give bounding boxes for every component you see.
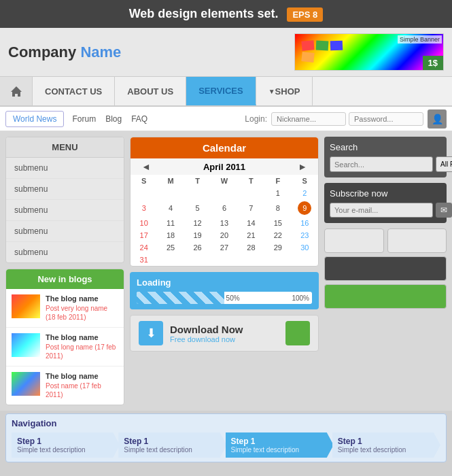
cal-day[interactable]: 12 [184, 217, 211, 229]
step-2[interactable]: Step 1 Simple text description [118, 432, 226, 458]
step-1[interactable]: Step 1 Simple text description [12, 432, 120, 458]
cal-day[interactable]: 23 [292, 229, 318, 241]
cal-day[interactable]: 14 [238, 217, 264, 229]
loading-box: Loading 50% 100% [130, 272, 319, 309]
tab-shop[interactable]: SHOP [256, 77, 313, 105]
cal-day[interactable]: 27 [211, 241, 237, 254]
cal-day[interactable]: 24 [131, 241, 157, 254]
user-icon[interactable]: 👤 [428, 109, 447, 129]
menu-item-2[interactable]: submenu [6, 179, 124, 200]
banner-image: Simple Banner 1$ [294, 33, 444, 71]
blog-link-3[interactable]: Post name (17 feb 2011) [46, 381, 118, 399]
blog-link[interactable]: Blog [105, 114, 122, 124]
steps-row: Step 1 Simple text description Step 1 Si… [12, 432, 440, 458]
blog-item-2: The blog name Post long name (17 feb 201… [6, 328, 124, 367]
tab-about-us[interactable]: ABOUT US [115, 77, 186, 105]
step-4-desc: Simple text description [338, 446, 435, 454]
cal-day[interactable]: 26 [184, 241, 211, 254]
step-1-desc: Simple text description [17, 446, 114, 454]
search-input[interactable] [330, 156, 433, 172]
cal-day[interactable]: 2 [292, 187, 318, 199]
blog-name-1: The blog name [46, 294, 118, 303]
right-panel: Search All Files... 🔍 Subscribe now ✉ [324, 137, 447, 405]
calendar-box: Calendar ◄ April 2011 ► S M T W T F S [130, 137, 319, 267]
header-title: Web design elements set. [129, 7, 279, 20]
cal-next-button[interactable]: ► [294, 161, 311, 172]
menu-item-1[interactable]: submenu [6, 158, 124, 179]
nickname-input[interactable] [271, 112, 346, 126]
password-input[interactable] [349, 112, 423, 126]
cal-day[interactable]: 13 [211, 217, 237, 229]
cal-day[interactable]: 31 [131, 254, 157, 266]
home-button[interactable] [0, 77, 33, 105]
cal-day [157, 254, 184, 266]
login-label: Login: [245, 114, 267, 124]
cal-day[interactable]: 10 [131, 217, 157, 229]
cal-day[interactable]: 18 [157, 229, 184, 241]
download-button[interactable] [285, 321, 310, 345]
cal-day[interactable]: 30 [292, 241, 318, 254]
step-3-desc: Simple text description [231, 446, 328, 454]
main-content: MENU submenu submenu submenu submenu sub… [0, 131, 452, 411]
loading-label: Loading [137, 277, 312, 288]
download-main: Download Now [170, 324, 243, 335]
cal-day [292, 254, 318, 266]
cal-day[interactable]: 7 [238, 199, 264, 217]
cal-day[interactable]: 20 [211, 229, 237, 241]
nav-bottom: Navigation Step 1 Simple text descriptio… [5, 413, 447, 462]
cal-day[interactable]: 25 [157, 241, 184, 254]
blog-link-1[interactable]: Post very long name (18 feb 2011) [46, 304, 118, 322]
search-filter-select[interactable]: All Files... [436, 156, 452, 172]
cal-day[interactable]: 21 [238, 229, 264, 241]
search-box: Search All Files... 🔍 [324, 137, 447, 177]
cal-prev-button[interactable]: ◄ [137, 161, 155, 172]
step-3[interactable]: Step 1 Simple text description [226, 432, 334, 458]
cal-day [238, 187, 264, 199]
blog-thumb-1 [12, 294, 40, 318]
tab-contact-us[interactable]: CONTACT US [33, 77, 115, 105]
faq-link[interactable]: FAQ [131, 114, 147, 124]
cal-day[interactable]: 1 [264, 187, 291, 199]
cal-day[interactable]: 4 [157, 199, 184, 217]
cal-day[interactable]: 19 [184, 229, 211, 241]
step-1-title: Step 1 [17, 437, 114, 446]
cal-day[interactable]: 29 [264, 241, 291, 254]
subscribe-button[interactable]: ✉ [436, 203, 452, 218]
cal-day[interactable]: 15 [264, 217, 291, 229]
svg-marker-0 [11, 86, 22, 97]
step-4[interactable]: Step 1 Simple text description [332, 432, 440, 458]
right-btn-dark[interactable] [324, 256, 447, 281]
cal-day[interactable]: 17 [131, 229, 157, 241]
cal-day[interactable]: 6 [211, 199, 237, 217]
calendar-table: S M T W T F S 12345678910111213141516171… [131, 175, 318, 266]
menu-item-5[interactable]: submenu [6, 242, 124, 262]
cal-day[interactable]: 28 [238, 241, 264, 254]
secondary-nav: World News Forum Blog FAQ Login: 👤 [0, 107, 452, 131]
progress-50-label: 50% [226, 294, 240, 302]
cal-day [238, 254, 264, 266]
cal-day[interactable]: 9 [292, 199, 318, 217]
right-btn-light-2[interactable] [387, 228, 447, 253]
email-input[interactable] [330, 203, 433, 218]
cal-day[interactable]: 16 [292, 217, 318, 229]
right-btn-light-1[interactable] [324, 228, 384, 253]
forum-link[interactable]: Forum [72, 114, 96, 124]
cal-day[interactable]: 3 [131, 199, 157, 217]
blog-link-2[interactable]: Post long name (17 feb 2011) [46, 343, 118, 360]
menu-item-3[interactable]: submenu [6, 200, 124, 221]
cal-day[interactable]: 11 [157, 217, 184, 229]
cal-day [184, 187, 211, 199]
step-2-desc: Simple text description [124, 446, 221, 454]
cal-day[interactable]: 8 [264, 199, 291, 217]
blog-item-1: The blog name Post very long name (18 fe… [6, 289, 124, 328]
tab-services[interactable]: SERVICES [186, 77, 256, 105]
menu-box: MENU submenu submenu submenu submenu sub… [5, 137, 124, 263]
menu-item-4[interactable]: submenu [6, 221, 124, 242]
step-2-title: Step 1 [124, 437, 221, 446]
right-btn-green[interactable] [324, 284, 447, 309]
calendar-header: Calendar [131, 137, 318, 158]
cal-day [184, 254, 211, 266]
world-news-tab[interactable]: World News [5, 111, 64, 127]
cal-day[interactable]: 22 [264, 229, 291, 241]
cal-day[interactable]: 5 [184, 199, 211, 217]
